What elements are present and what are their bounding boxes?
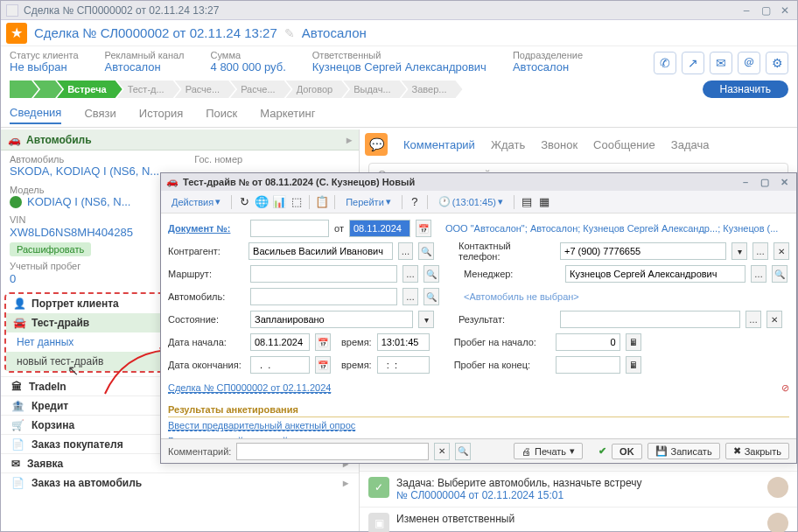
tb-list-icon[interactable]: ▤	[520, 195, 534, 209]
section-auto[interactable]: 🚗 Автомобиль ▸	[1, 130, 359, 150]
stage-delivery[interactable]: Выдач...	[343, 80, 406, 98]
phone-input[interactable]	[560, 242, 726, 260]
section-auto-order[interactable]: 📄Заказ на автомобиль▸	[1, 472, 359, 492]
tb-browse-icon[interactable]: 🌐	[255, 195, 269, 209]
phone-icon[interactable]: ✆	[654, 52, 676, 74]
tb-chart-icon[interactable]: 📊	[272, 195, 286, 209]
state-input[interactable]	[250, 311, 413, 328]
tb-struct-icon[interactable]: ⬚	[290, 195, 304, 209]
tb-reload-icon[interactable]: ↻	[237, 195, 251, 209]
contr-select[interactable]: …	[398, 242, 414, 260]
auto-search[interactable]: 🔍	[424, 288, 439, 305]
gear-icon[interactable]: ⚙	[766, 52, 788, 74]
stage-meeting[interactable]: Встреча	[57, 80, 122, 98]
phone-dropdown[interactable]: ▾	[732, 242, 747, 260]
stage-calc2[interactable]: Расче...	[230, 80, 290, 98]
route-input[interactable]	[250, 265, 397, 283]
tb-help-icon[interactable]: ?	[408, 195, 422, 209]
edit-icon[interactable]: ✎	[284, 26, 295, 40]
tab-marketing[interactable]: Маркетинг	[260, 107, 315, 123]
popup-close[interactable]: ✕	[777, 176, 791, 188]
route-search[interactable]: 🔍	[424, 265, 439, 283]
task-link[interactable]: № СЛ0000004 от 02.11.2024 15:01	[396, 489, 760, 501]
sum-value[interactable]: 4 800 000 руб.	[211, 60, 286, 74]
maximize-button[interactable]: ▢	[759, 4, 773, 17]
popup-minimize[interactable]: –	[738, 176, 752, 188]
mend-input[interactable]	[556, 356, 620, 374]
manager-select[interactable]: …	[751, 265, 766, 283]
rp-tab-message[interactable]: Сообщение	[593, 138, 655, 151]
tend-input[interactable]	[377, 356, 430, 374]
auto-input[interactable]	[250, 288, 397, 305]
stage-calc1[interactable]: Расче...	[175, 80, 235, 98]
tb-actions[interactable]: Действия ▾	[166, 194, 226, 209]
message-icon[interactable]: ✉	[710, 52, 732, 74]
popup-maximize[interactable]: ▢	[758, 176, 772, 188]
auto-value[interactable]: SKODA, KODIAQ I (NS6, N...	[10, 164, 159, 178]
deal-link[interactable]: Сделка № СП0000002 от 02.11.2024	[168, 382, 331, 394]
contr-input[interactable]	[248, 242, 393, 260]
tstart-input[interactable]	[377, 333, 430, 351]
route-select[interactable]: …	[402, 265, 418, 283]
tab-history[interactable]: История	[139, 107, 183, 123]
unlink-icon[interactable]: ⊘	[781, 382, 789, 394]
tb-time[interactable]: 🕐 (13:01:45) ▾	[433, 194, 508, 209]
tab-info[interactable]: Сведения	[10, 106, 61, 124]
dend-input[interactable]	[250, 356, 310, 374]
state-dropdown[interactable]: ▾	[418, 311, 434, 328]
phone-clear[interactable]: ✕	[774, 242, 789, 260]
comment-field[interactable]	[236, 443, 429, 460]
responsible-value[interactable]: Кузнецов Сергей Александрович	[312, 60, 486, 74]
doc-date-input[interactable]	[349, 220, 410, 237]
ok-button[interactable]: OK	[612, 444, 642, 459]
chat-icon[interactable]: 💬	[365, 133, 388, 156]
stage-complete[interactable]: Завер...	[402, 80, 463, 98]
auto-select[interactable]: …	[402, 288, 418, 305]
result-clear[interactable]: ✕	[766, 311, 782, 328]
save-button[interactable]: 💾 Записать	[648, 443, 720, 459]
model-value[interactable]: KODIAQ I (NS6, N...	[27, 195, 130, 208]
vin-value[interactable]: XW8LD6NS8MH404285	[10, 226, 133, 239]
doc-num-label[interactable]: Документ №:	[168, 223, 245, 234]
close-button[interactable]: ✖ Закрыть	[725, 443, 789, 459]
manager-input[interactable]	[565, 265, 746, 283]
stage-testdrive[interactable]: Тест-д...	[117, 80, 180, 98]
dend-picker[interactable]: 📅	[315, 356, 331, 374]
print-button[interactable]: 🖨 Печать ▾	[514, 443, 583, 459]
dstart-picker[interactable]: 📅	[315, 333, 331, 351]
date-picker-button[interactable]: 📅	[416, 220, 431, 237]
mail-icon[interactable]: ＠	[738, 52, 760, 74]
result-input[interactable]	[560, 311, 740, 328]
deal-star-icon[interactable]: ★	[6, 23, 27, 44]
tab-links[interactable]: Связи	[84, 107, 116, 123]
status-value[interactable]: Не выбран	[10, 60, 79, 74]
comment-clear[interactable]: ✕	[434, 443, 450, 460]
adchannel-value[interactable]: Автосалон	[105, 60, 185, 74]
mileage-value[interactable]: 0	[10, 272, 16, 285]
tb-copy-icon[interactable]: 📋	[315, 195, 329, 209]
task-row[interactable]: ✓ Задача: Выберите автомобиль, назначьте…	[360, 471, 797, 507]
phone-out-icon[interactable]: ↗	[682, 52, 704, 74]
tab-search[interactable]: Поиск	[206, 107, 237, 123]
tb-grid-icon[interactable]: ▦	[537, 195, 551, 209]
department-value[interactable]: Автосалон	[513, 60, 583, 74]
stage-1[interactable]	[10, 80, 38, 98]
minimize-button[interactable]: –	[739, 4, 753, 17]
contr-search[interactable]: 🔍	[418, 242, 434, 260]
comment-search[interactable]: 🔍	[455, 443, 471, 460]
stage-contract[interactable]: Договор	[286, 80, 349, 98]
close-button[interactable]: ✕	[778, 4, 792, 17]
mstart-calc[interactable]: 🖩	[626, 333, 641, 351]
phone-select[interactable]: …	[752, 242, 768, 260]
org-link[interactable]: ООО "Автосалон"; Автосалон; Кузнецов Сер…	[445, 223, 789, 234]
assign-button[interactable]: Назначить	[703, 80, 788, 98]
dstart-input[interactable]	[250, 333, 310, 351]
manager-search[interactable]: 🔍	[772, 265, 788, 283]
result-select[interactable]: …	[746, 311, 761, 328]
rp-tab-comment[interactable]: Комментарий	[403, 138, 475, 151]
deal-department[interactable]: Автосалон	[302, 25, 367, 40]
survey-pre-link[interactable]: Ввести предварительный анкетный опрос	[168, 420, 355, 431]
doc-num-input[interactable]	[250, 220, 329, 237]
rp-tab-task[interactable]: Задача	[671, 138, 710, 151]
tb-goto[interactable]: Перейти ▾	[340, 194, 396, 209]
